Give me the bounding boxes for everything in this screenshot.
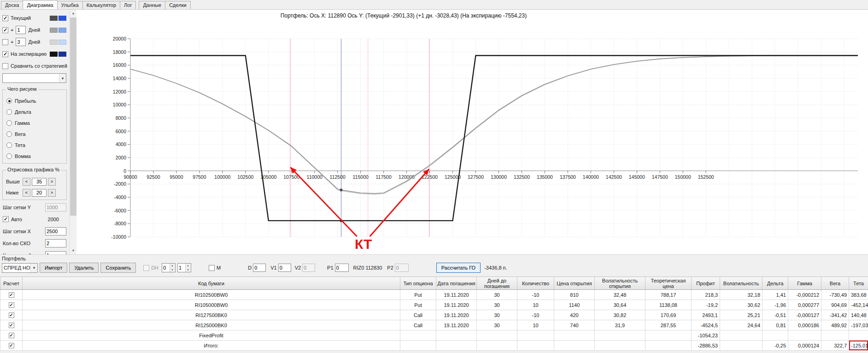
current-checkbox[interactable] (2, 15, 8, 21)
cell-col-5: -10 (517, 310, 554, 320)
radio-icon[interactable] (6, 142, 12, 148)
payoff-chart[interactable]: -10000-8000-6000-4000-200002000400060008… (76, 10, 868, 254)
tab-data[interactable]: Данные (139, 1, 165, 9)
plus3-color-swatch-2[interactable] (59, 40, 66, 45)
draw-option-theta[interactable]: Тета (3, 140, 66, 151)
column-header-13[interactable]: Вега (821, 277, 849, 290)
plus3-color-swatch-1[interactable] (50, 40, 58, 45)
calc-margin-button[interactable]: Рассчитать ГО (436, 263, 481, 273)
calc-cell (0, 330, 23, 341)
plus1-days-input[interactable] (16, 26, 26, 34)
import-button[interactable]: Импорт (40, 263, 67, 273)
plus3-days-input[interactable] (16, 38, 26, 46)
tab-calculator[interactable]: Калькулятор (82, 1, 120, 9)
column-header-3[interactable]: Дата погашения (436, 277, 477, 290)
scrollbar-thumb[interactable] (70, 18, 76, 216)
m-checkbox[interactable] (209, 265, 215, 271)
increase-button[interactable]: > (48, 178, 56, 186)
cell-col-13: -341,42 (821, 310, 849, 320)
column-header-9[interactable]: Профит (692, 277, 720, 290)
sidebar-scrollbar[interactable]: ▲ ▼ (69, 10, 76, 254)
decrease-button[interactable]: < (23, 189, 30, 197)
draw-option-vega[interactable]: Вега (3, 129, 66, 140)
column-header-8[interactable]: Теоретическая цена (645, 277, 692, 290)
column-header-14[interactable]: Тета (849, 277, 868, 290)
grid-step-x-input[interactable] (45, 227, 66, 235)
draw-option-profit[interactable]: Прибыль (3, 95, 66, 106)
draw-option-vomma[interactable]: Вомма (3, 151, 66, 162)
column-header-5[interactable]: Количество (517, 277, 554, 290)
spinner-arrows: ▲▼ (170, 264, 175, 272)
column-header-7[interactable]: Волатильность открытия (595, 277, 645, 290)
dh-checkbox[interactable] (143, 265, 149, 271)
tab-board[interactable]: Доска (1, 1, 23, 9)
tab-log[interactable]: Лог (120, 1, 136, 9)
column-header-2[interactable]: Тип опциона (400, 277, 436, 290)
radio-icon[interactable] (6, 131, 12, 137)
plus1-checkbox[interactable] (2, 27, 8, 33)
p1-input[interactable] (335, 264, 349, 272)
cell-col-8: 287,55 (645, 320, 692, 330)
current-color-swatch-2[interactable] (59, 16, 66, 21)
spinner-arrows: ▲▼ (185, 264, 190, 272)
current-color-swatch-1[interactable] (50, 16, 58, 21)
increase-button[interactable]: > (48, 189, 56, 197)
row-calc-checkbox[interactable] (9, 312, 14, 318)
render-above-input[interactable] (32, 178, 47, 186)
scroll-down-icon[interactable]: ▼ (70, 247, 77, 254)
portfolio-select[interactable]: СПРЕД НОЯБ ▾ (2, 263, 38, 273)
dh-spinner-2-input[interactable] (178, 264, 185, 272)
cell-col-9: -1054,23 (692, 330, 720, 341)
sko-count-input[interactable] (45, 239, 66, 247)
tab-smile[interactable]: Улыбка (57, 1, 83, 9)
plus1-color-swatch-1[interactable] (50, 28, 58, 33)
delete-button[interactable]: Удалить (69, 263, 99, 273)
tab-diagram[interactable]: Диаграмма (23, 0, 57, 9)
spinner-up-icon[interactable]: ▲ (186, 264, 190, 268)
column-header-0[interactable]: Расчет (0, 277, 23, 290)
plus3-checkbox[interactable] (2, 39, 8, 45)
column-header-1[interactable]: Код бумаги (23, 277, 400, 290)
column-header-6[interactable]: Цена открытия (554, 277, 595, 290)
dh-spinner-2[interactable]: ▲▼ (177, 263, 191, 272)
plus1-color-swatch-2[interactable] (59, 28, 66, 33)
expiration-color-swatch-1[interactable] (50, 52, 58, 57)
spinner-down-icon[interactable]: ▼ (170, 268, 175, 272)
spinner-down-icon[interactable]: ▼ (186, 268, 190, 272)
render-below-input[interactable] (32, 189, 47, 197)
strategy-combo[interactable]: ▾ (2, 73, 66, 83)
row-calc-checkbox[interactable] (9, 292, 14, 298)
row-calc-checkbox[interactable] (9, 333, 14, 338)
radio-icon[interactable] (6, 120, 12, 126)
expiration-color-swatch-2[interactable] (59, 52, 66, 57)
spinner-up-icon[interactable]: ▲ (170, 264, 175, 268)
column-header-10[interactable]: Волатильность (720, 277, 762, 290)
tab-deals[interactable]: Сделки (165, 1, 191, 9)
d-input[interactable] (253, 264, 266, 272)
draw-option-delta[interactable]: Дельта (3, 106, 66, 118)
expiration-label: На экспирацию (11, 51, 47, 57)
radio-icon[interactable] (6, 98, 12, 104)
scroll-up-icon[interactable]: ▲ (70, 10, 77, 17)
dh-spinner-1[interactable]: ▲▼ (162, 263, 176, 272)
radio-icon[interactable] (6, 109, 12, 115)
column-header-12[interactable]: Гамма (788, 277, 821, 290)
column-header-11[interactable]: Дельта (762, 277, 788, 290)
v1-input[interactable] (278, 264, 291, 272)
decrease-button[interactable]: < (23, 178, 30, 186)
margin-result-value: -3436,8 п. (484, 265, 507, 271)
days-count-input[interactable] (45, 251, 66, 255)
expiration-checkbox[interactable] (2, 51, 8, 57)
column-header-4[interactable]: Дней до погашения (477, 277, 517, 290)
cell-col-5: 10 (517, 320, 554, 330)
row-calc-checkbox[interactable] (9, 302, 14, 308)
save-button[interactable]: Сохранить (100, 263, 136, 273)
render-percent-group: Отрисовка графика % Выше<>Ниже<> (2, 170, 67, 200)
draw-option-gamma[interactable]: Гамма (3, 118, 66, 129)
row-calc-checkbox[interactable] (9, 323, 14, 328)
dh-spinner-1-input[interactable] (162, 264, 170, 272)
auto-grid-checkbox[interactable] (3, 216, 9, 222)
radio-icon[interactable] (6, 153, 12, 159)
compare-strategy-checkbox[interactable] (2, 63, 8, 69)
row-calc-checkbox[interactable] (9, 343, 14, 348)
